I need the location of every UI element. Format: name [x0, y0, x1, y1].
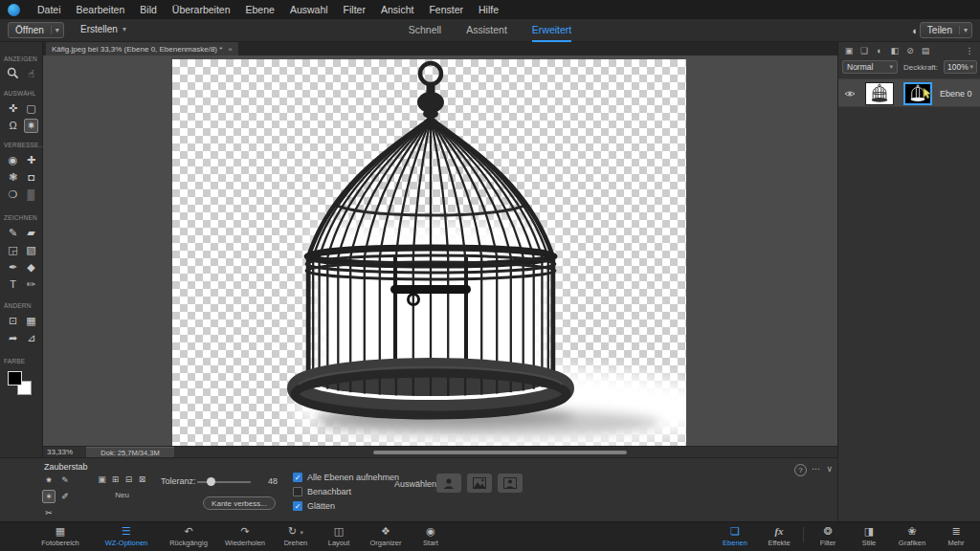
eyedropper-tool[interactable]: ✒ — [6, 260, 20, 275]
menu-bild[interactable]: Bild — [140, 4, 157, 15]
tab-erweitert[interactable]: Erweitert — [532, 24, 571, 42]
taskbar-wz-optionen[interactable]: ☰ WZ-Optionen — [92, 522, 161, 547]
sponge-tool[interactable]: ▒ — [24, 187, 38, 202]
opacity-dropdown[interactable]: 100% ▾ — [944, 60, 977, 74]
taskbar-filter[interactable]: ❂ Filter — [806, 522, 850, 547]
straighten-tool[interactable]: ⊿ — [24, 331, 38, 345]
layer-mask-icon[interactable]: ◧ — [888, 45, 902, 56]
menu-ueberarbeiten[interactable]: Überarbeiten — [172, 4, 231, 15]
antialias-checkbox[interactable]: ✓ — [293, 501, 302, 511]
add-selection-mode-icon[interactable]: ⊞ — [109, 474, 122, 486]
quick-select-variant-icon[interactable]: ✷ — [42, 474, 56, 487]
shape-tool[interactable]: ◆ — [24, 260, 38, 275]
taskbar-grafiken[interactable]: ❀ Grafiken — [888, 522, 936, 547]
red-eye-tool[interactable]: ◉ — [6, 153, 20, 167]
share-button[interactable]: Teilen ▾ — [920, 22, 972, 38]
document-tab[interactable]: Käfig.jpeg bei 33,3% (Ebene 0, Ebenenmas… — [46, 42, 238, 55]
crop-icon: ⊡ — [9, 315, 17, 326]
menu-ebene[interactable]: Ebene — [246, 4, 275, 15]
taskbar-rueckgaengig[interactable]: ↶ Rückgängig — [161, 522, 216, 547]
new-group-icon[interactable]: ❏ — [858, 45, 871, 56]
refine-edge-button[interactable]: Kante verbess... — [203, 496, 276, 510]
foreground-color-swatch[interactable] — [8, 371, 22, 386]
panel-options-icon[interactable]: ⋯ — [812, 464, 820, 474]
document-image[interactable] — [172, 59, 686, 446]
hand-tool[interactable]: ☝ — [24, 67, 38, 81]
selection-brush-variant-icon[interactable]: ✎ — [58, 474, 72, 487]
close-tab-icon[interactable]: × — [228, 45, 233, 54]
layout-icon: ◫ — [318, 525, 360, 538]
graphics-icon: ❀ — [888, 525, 936, 538]
menu-filter[interactable]: Filter — [344, 4, 366, 15]
select-background-button[interactable] — [467, 474, 492, 493]
blend-mode-dropdown[interactable]: Normal ▾ — [842, 60, 898, 74]
taskbar-start[interactable]: ◉ Start — [412, 522, 450, 547]
collapse-panel-icon[interactable]: ∨ — [826, 464, 833, 474]
tab-schnell[interactable]: Schnell — [409, 24, 441, 42]
smart-brush-tool[interactable]: ❃ — [6, 170, 20, 185]
spot-healing-tool[interactable]: ✚ — [24, 153, 38, 167]
taskbar-effekte[interactable]: fx Effekte — [757, 522, 801, 547]
adjustment-layer-icon[interactable]: ◐ — [873, 45, 886, 56]
marquee-tool[interactable]: ▢ — [24, 101, 38, 116]
intersect-selection-mode-icon[interactable]: ⊠ — [136, 474, 148, 486]
brush-icon: ✎ — [9, 227, 17, 238]
all-layers-checkbox[interactable]: ✓ — [293, 473, 302, 482]
clone-stamp-tool[interactable]: ◘ — [24, 170, 38, 185]
new-selection-mode-icon[interactable]: ▣ — [96, 474, 108, 486]
contiguous-checkbox[interactable] — [293, 487, 302, 496]
layer-row[interactable]: Ebene 0 — [838, 78, 980, 107]
paint-bucket-tool[interactable]: ◲ — [6, 243, 20, 257]
quick-selection-tool[interactable]: ✷ — [24, 119, 38, 133]
menu-fenster[interactable]: Fenster — [429, 4, 463, 15]
eraser-tool[interactable]: ▰ — [24, 226, 38, 240]
content-move-tool[interactable]: ➦ — [6, 331, 20, 345]
taskbar-organizer[interactable]: ❖ Organizer — [360, 522, 412, 547]
tolerance-slider-knob[interactable] — [207, 477, 215, 486]
horizontal-scrollbar[interactable] — [373, 451, 627, 454]
lock-layer-icon[interactable]: ⊘ — [903, 45, 917, 56]
menu-ansicht[interactable]: Ansicht — [381, 4, 413, 15]
more-icon: ≣ — [936, 525, 976, 538]
select-subject-button[interactable] — [436, 474, 461, 493]
tab-assistent[interactable]: Assistent — [466, 24, 507, 42]
share-caret-icon[interactable]: ▾ — [959, 26, 971, 34]
blur-tool[interactable]: ❍ — [6, 187, 20, 202]
taskbar-ebenen[interactable]: ❏ Ebenen — [713, 522, 757, 547]
menu-auswahl[interactable]: Auswahl — [290, 4, 328, 15]
taskbar-stile[interactable]: ◨ Stile — [850, 522, 888, 547]
refine-brush-variant-icon[interactable]: ✂ — [42, 506, 56, 519]
canvas-area[interactable] — [43, 55, 837, 446]
taskbar-fotobereich[interactable]: ▦ Fotobereich — [29, 522, 92, 547]
doc-size-info[interactable]: Dok: 25,7M/34,3M — [86, 447, 174, 457]
panel-kebab-icon[interactable]: ⋮ — [963, 45, 976, 56]
auto-select-variant-icon[interactable]: ✐ — [58, 490, 72, 503]
magic-wand-variant-icon[interactable]: ✶ — [42, 490, 56, 503]
taskbar-drehen[interactable]: ↻ ▾ Drehen — [274, 522, 318, 547]
gradient-tool[interactable]: ▧ — [24, 243, 38, 257]
panel-menu-icon[interactable]: ▤ — [919, 45, 932, 56]
select-portrait-button[interactable] — [498, 474, 523, 493]
zoom-tool[interactable] — [6, 67, 20, 81]
theme-toggle-icon[interactable]: ◐ — [912, 25, 919, 36]
taskbar-layout[interactable]: ◫ Layout — [318, 522, 360, 547]
tolerance-slider[interactable] — [197, 481, 251, 483]
taskbar-wiederholen[interactable]: ↷ Wiederholen — [216, 522, 274, 547]
brush-tool[interactable]: ✎ — [6, 226, 20, 240]
new-layer-icon[interactable]: ▣ — [842, 45, 856, 56]
menu-hilfe[interactable]: Hilfe — [479, 4, 499, 15]
layer-thumbnail[interactable] — [865, 82, 894, 105]
taskbar-mehr[interactable]: ≣ Mehr — [936, 522, 976, 547]
crop-tool[interactable]: ⊡ — [6, 314, 20, 328]
layer-mask-thumbnail[interactable] — [903, 82, 932, 105]
menu-datei[interactable]: Datei — [37, 4, 61, 15]
type-tool[interactable]: T — [6, 277, 20, 292]
menu-bearbeiten[interactable]: Bearbeiten — [77, 4, 125, 15]
move-tool[interactable]: ✜ — [6, 101, 20, 116]
layer-visibility-eye-icon[interactable] — [844, 90, 856, 98]
help-icon[interactable]: ? — [794, 464, 807, 476]
recompose-tool[interactable]: ▦ — [24, 314, 38, 328]
pencil-tool[interactable]: ✏ — [24, 277, 38, 292]
lasso-tool[interactable]: Ω — [6, 119, 20, 133]
subtract-selection-mode-icon[interactable]: ⊟ — [122, 474, 135, 486]
